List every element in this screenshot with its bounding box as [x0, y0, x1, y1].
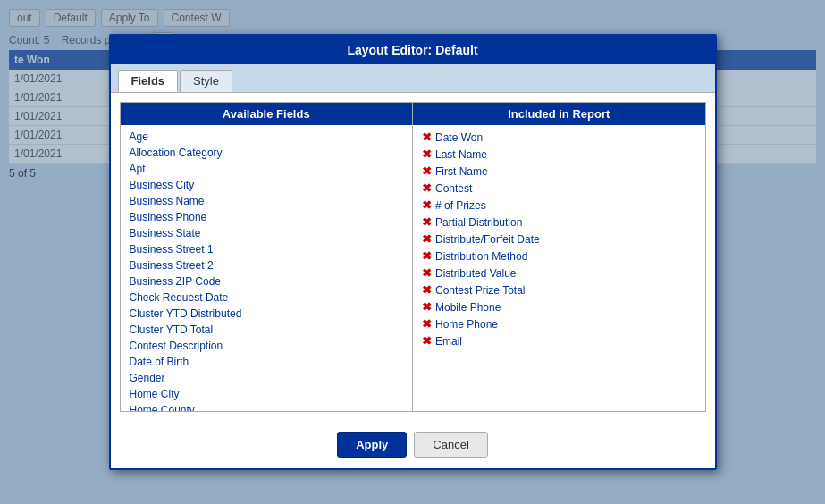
- included-fields-panel: Included in Report ✖Date Won ✖Last Name …: [413, 103, 705, 411]
- list-item[interactable]: Date of Birth: [121, 354, 413, 370]
- remove-icon[interactable]: ✖: [422, 164, 432, 178]
- list-item[interactable]: ✖Date Won: [413, 129, 705, 146]
- modal-body: Available Fields Age Allocation Category…: [111, 93, 715, 421]
- list-item[interactable]: Apt: [121, 161, 413, 177]
- remove-icon[interactable]: ✖: [422, 198, 432, 212]
- list-item[interactable]: Business Street 2: [121, 257, 413, 273]
- list-item[interactable]: ✖Mobile Phone: [413, 298, 705, 315]
- remove-icon[interactable]: ✖: [422, 249, 432, 263]
- modal-tabs: Fields Style: [111, 64, 715, 93]
- list-item[interactable]: ✖Distribute/Forfeit Date: [413, 231, 705, 248]
- list-item[interactable]: ✖Contest: [413, 180, 705, 197]
- list-item[interactable]: Home County: [121, 402, 413, 411]
- remove-icon[interactable]: ✖: [422, 266, 432, 280]
- list-item[interactable]: ✖Contest Prize Total: [413, 281, 705, 298]
- layout-editor-modal: Layout Editor: Default Fields Style Avai…: [109, 34, 717, 470]
- remove-icon[interactable]: ✖: [422, 283, 432, 297]
- list-item[interactable]: Allocation Category: [121, 145, 413, 161]
- remove-icon[interactable]: ✖: [422, 232, 432, 246]
- remove-icon[interactable]: ✖: [422, 317, 432, 331]
- list-item[interactable]: Check Request Date: [121, 290, 413, 306]
- list-item[interactable]: ✖Distributed Value: [413, 265, 705, 281]
- tab-fields[interactable]: Fields: [118, 70, 179, 92]
- list-item[interactable]: ✖First Name: [413, 163, 705, 180]
- remove-icon[interactable]: ✖: [422, 147, 432, 161]
- list-item[interactable]: Business City: [121, 177, 413, 193]
- list-item[interactable]: Gender: [121, 370, 413, 386]
- list-item[interactable]: Cluster YTD Total: [121, 322, 413, 338]
- available-fields-panel: Available Fields Age Allocation Category…: [121, 103, 414, 411]
- list-item[interactable]: Business Name: [121, 193, 413, 209]
- remove-icon[interactable]: ✖: [422, 300, 432, 314]
- list-item[interactable]: ✖Partial Distribution: [413, 214, 705, 231]
- list-item[interactable]: ✖Last Name: [413, 146, 705, 163]
- remove-icon[interactable]: ✖: [422, 181, 432, 195]
- fields-container: Available Fields Age Allocation Category…: [120, 102, 706, 412]
- list-item[interactable]: ✖Home Phone: [413, 315, 705, 332]
- remove-icon[interactable]: ✖: [422, 130, 432, 144]
- included-fields-list[interactable]: ✖Date Won ✖Last Name ✖First Name ✖Contes…: [413, 125, 705, 411]
- list-item[interactable]: ✖Distribution Method: [413, 248, 705, 265]
- list-item[interactable]: Cluster YTD Distributed: [121, 306, 413, 322]
- list-item[interactable]: Business Phone: [121, 209, 413, 225]
- available-fields-header: Available Fields: [121, 103, 413, 125]
- remove-icon[interactable]: ✖: [422, 215, 432, 229]
- list-item[interactable]: Business State: [121, 225, 413, 241]
- list-item[interactable]: Age: [121, 129, 413, 145]
- tab-style[interactable]: Style: [180, 70, 232, 92]
- included-fields-header: Included in Report: [413, 103, 705, 125]
- list-item[interactable]: ✖# of Prizes: [413, 197, 705, 214]
- available-fields-list[interactable]: Age Allocation Category Apt Business Cit…: [121, 125, 413, 411]
- list-item[interactable]: ✖Email: [413, 332, 705, 349]
- list-item[interactable]: Contest Description: [121, 338, 413, 354]
- list-item[interactable]: Business Street 1: [121, 241, 413, 257]
- modal-footer: Apply Cancel: [111, 421, 715, 468]
- cancel-button[interactable]: Cancel: [414, 432, 487, 458]
- remove-icon[interactable]: ✖: [422, 334, 432, 348]
- list-item[interactable]: Business ZIP Code: [121, 273, 413, 290]
- list-item[interactable]: Home City: [121, 386, 413, 402]
- modal-overlay: Layout Editor: Default Fields Style Avai…: [0, 0, 825, 504]
- apply-button[interactable]: Apply: [337, 432, 407, 458]
- modal-title: Layout Editor: Default: [111, 36, 715, 64]
